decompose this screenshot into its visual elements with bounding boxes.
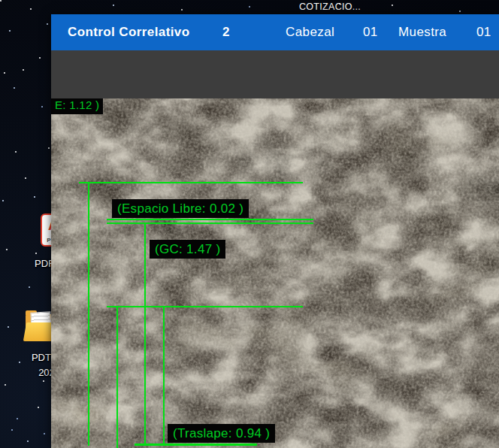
measurement-label-traslape: (Traslape: 0.94 ) <box>168 424 275 443</box>
measurement-line-vertical-left <box>88 182 89 446</box>
muestra-label: Muestra <box>398 25 446 40</box>
cabezal-value: 01 <box>363 25 378 40</box>
app-window: Control Correlativo 2 Cabezal 01 Muestra… <box>51 14 499 448</box>
cabezal-label: Cabezal <box>286 25 334 40</box>
correlative-number: 2 <box>222 25 230 40</box>
specimen-texture <box>51 98 499 448</box>
specimen-image-viewport[interactable]: E: 1.12 ) (Espacio Libre: 0.02 ) (GC: 1.… <box>51 98 499 448</box>
measurement-label-espacio-libre: (Espacio Libre: 0.02 ) <box>112 199 249 218</box>
desktop-background: COTIZACIO... Λ PDF PDF-DO PDT M 202 Cont… <box>0 0 499 448</box>
muestra-value: 01 <box>476 25 491 40</box>
window-titlebar[interactable]: Control Correlativo 2 Cabezal 01 Muestra… <box>51 14 499 50</box>
measurement-line-middle <box>107 306 303 307</box>
measurement-label-gc: (GC: 1.47 ) <box>150 240 225 259</box>
measurement-line-vertical-gc <box>144 222 146 446</box>
background-window-title[interactable]: COTIZACIO... <box>299 2 361 12</box>
measurement-line-vertical-overlap-right <box>163 306 165 443</box>
measurement-line-vertical-overlap-left <box>116 306 118 448</box>
toolbar-strip <box>51 50 499 98</box>
measurement-line-bottom <box>135 443 257 446</box>
measurement-line-top <box>79 182 303 183</box>
measurement-line-gap-upper <box>107 219 313 220</box>
measurement-label-e: E: 1.12 ) <box>51 98 103 114</box>
measurement-line-gap-lower <box>107 222 313 224</box>
window-title: Control Correlativo <box>68 25 190 40</box>
